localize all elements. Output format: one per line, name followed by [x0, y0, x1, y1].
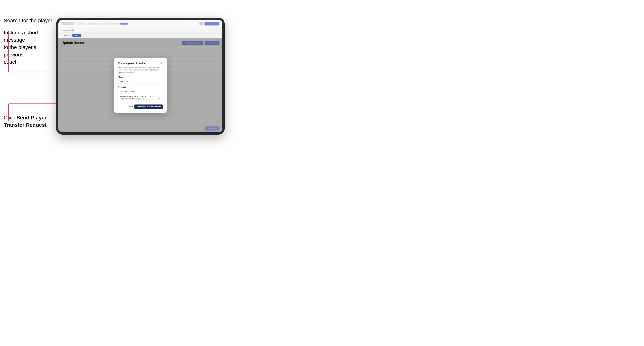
sub-header: Scoreboard (111) Contact > [58, 27, 222, 33]
annotation-search: Search for the player. [4, 17, 54, 24]
nav-tournaments [77, 23, 86, 25]
nav-athletes [98, 23, 108, 25]
bottom-bar: Save Roster [205, 126, 220, 131]
send-transfer-request-button[interactable]: Send Player Transfer Request [134, 105, 163, 109]
modal-footer: Cancel Send Player Transfer Request [118, 105, 163, 109]
user-avatar [199, 22, 203, 26]
player-field-label: Player [118, 76, 163, 78]
tablet-device: Scoreboard (111) Contact > Roster Stats … [56, 18, 225, 135]
add-athlete-btn [204, 22, 220, 25]
modal-title: Request player transfer [118, 62, 145, 64]
annotation-message: Include a short message to the player's … [4, 29, 52, 66]
message-textarea[interactable]: Hi Coach McHarg, Please accept this tran… [118, 89, 163, 101]
modal-close-button[interactable]: × [160, 61, 163, 65]
tabs-bar: Roster Stats [58, 33, 222, 38]
player-search-input[interactable] [118, 79, 163, 84]
app-header [58, 20, 222, 27]
tab-roster[interactable]: Roster [62, 34, 71, 37]
header-nav [77, 23, 128, 25]
nav-teams [88, 23, 97, 25]
cancel-button[interactable]: Cancel [127, 106, 132, 108]
main-content: Update Roster + Add Existing Player + Ad… [58, 38, 222, 132]
tab-stats[interactable]: Stats [72, 34, 81, 37]
message-field-label: Message [118, 86, 163, 88]
nav-more-active [120, 23, 128, 25]
annotation-click: Click Send Player Transfer Request [4, 114, 46, 129]
header-right [199, 22, 220, 26]
breadcrumb-text: Scoreboard (111) [62, 29, 74, 31]
nav-moreinfo [109, 23, 119, 25]
modal-header: Request player transfer × [118, 61, 163, 65]
modal-description: If the player is transferring from anoth… [118, 66, 163, 74]
tablet-screen: Scoreboard (111) Contact > Roster Stats … [58, 20, 222, 132]
header-logo [62, 22, 74, 25]
contact-link: Contact > [213, 29, 220, 31]
modal-overlay: Request player transfer × If the player … [58, 38, 222, 132]
request-transfer-modal: Request player transfer × If the player … [114, 58, 166, 113]
save-roster-button[interactable]: Save Roster [205, 126, 220, 131]
